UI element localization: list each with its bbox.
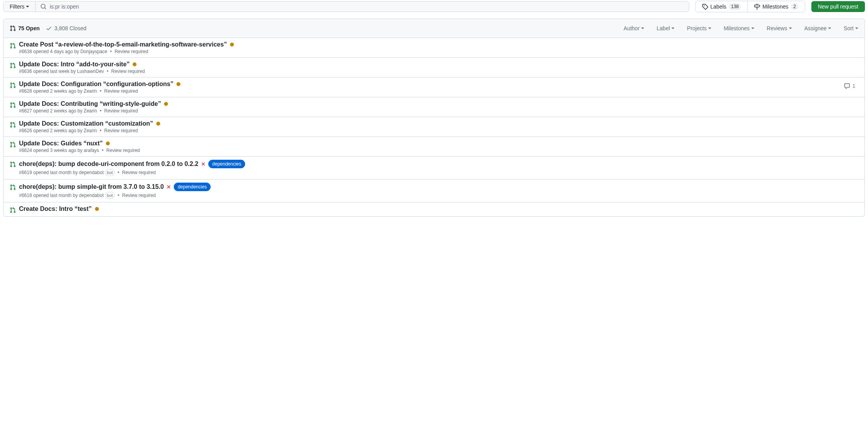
caret-down-icon	[641, 28, 644, 29]
pull-request-open-icon	[10, 62, 16, 69]
pr-title-link[interactable]: Update Docs: Intro “add-to-your-site”	[19, 61, 130, 68]
pr-number: #6628	[19, 88, 32, 94]
svg-point-3	[164, 102, 168, 106]
pr-row: chore(deps): bump simple-git from 3.7.0 …	[3, 180, 865, 202]
milestones-filter[interactable]: Milestones	[724, 25, 754, 31]
milestones-button[interactable]: Milestones 2	[747, 1, 805, 12]
caret-down-icon	[26, 6, 29, 7]
open-count-text: 75 Open	[18, 25, 40, 31]
pr-author-link[interactable]: dependabot	[79, 170, 104, 175]
pull-request-open-icon	[10, 102, 16, 108]
assignee-filter[interactable]: Assignee	[804, 25, 832, 31]
comment-icon	[844, 83, 850, 89]
pr-author-link[interactable]: Zearin	[84, 88, 97, 94]
pr-row: Update Docs: Configuration “configuratio…	[3, 78, 865, 97]
pr-row: chore(deps): bump decode-uri-component f…	[3, 157, 865, 180]
status-pending-icon	[163, 101, 169, 107]
pr-title-link[interactable]: chore(deps): bump decode-uri-component f…	[19, 161, 198, 167]
open-prs-link[interactable]: 75 Open	[10, 25, 40, 31]
labels-count: 138	[729, 3, 741, 10]
search-container[interactable]	[36, 2, 688, 12]
pr-title-link[interactable]: Create Post “a-review-of-the-top-5-email…	[19, 41, 227, 48]
pr-row: Update Docs: Contributing “writing-style…	[3, 97, 865, 117]
projects-filter[interactable]: Projects	[687, 25, 711, 31]
pr-meta: #6638 opened 4 days ago by Donjayspace •…	[19, 49, 858, 54]
milestone-icon	[754, 3, 760, 10]
pr-meta: #6636 opened last week by LushawnDev • R…	[19, 69, 858, 74]
pr-title-link[interactable]: Create Docs: Intro “test”	[19, 205, 92, 212]
filters-label: Filters	[10, 3, 24, 10]
review-required-text: Review required	[122, 170, 156, 175]
svg-point-4	[156, 122, 160, 126]
review-required-text: Review required	[114, 49, 148, 54]
caret-down-icon	[789, 28, 792, 29]
milestones-count: 2	[791, 3, 799, 10]
comment-count[interactable]: 1	[844, 83, 855, 89]
pr-title-link[interactable]: Update Docs: Guides “nuxt”	[19, 140, 103, 147]
pr-author-link[interactable]: arafays	[84, 148, 99, 153]
pr-author-link[interactable]: Zearin	[84, 108, 97, 114]
labels-button[interactable]: Labels 138	[696, 1, 747, 12]
review-required-text: Review required	[104, 88, 138, 94]
pr-author-link[interactable]: Zearin	[84, 128, 97, 133]
label-pill[interactable]: dependencies	[174, 183, 211, 191]
status-pending-icon	[94, 206, 100, 212]
pr-row: Update Docs: Intro “add-to-your-site” #6…	[3, 58, 865, 78]
pr-opened-text: opened last month by	[33, 170, 78, 175]
closed-prs-link[interactable]: 3,808 Closed	[46, 25, 86, 31]
pr-number: #6624	[19, 148, 32, 153]
pr-author-link[interactable]: dependabot	[79, 193, 104, 198]
pull-request-open-icon	[10, 122, 16, 128]
pr-author-link[interactable]: Donjayspace	[80, 49, 107, 54]
pr-opened-text: opened last week by	[33, 69, 76, 74]
bot-badge: bot	[105, 192, 115, 199]
reviews-filter[interactable]: Reviews	[767, 25, 792, 31]
pr-title-link[interactable]: Update Docs: Customization “customizatio…	[19, 120, 153, 127]
svg-point-1	[133, 62, 137, 66]
closed-count-text: 3,808 Closed	[54, 25, 86, 31]
pr-title-link[interactable]: Update Docs: Configuration “configuratio…	[19, 81, 173, 88]
pr-opened-text: opened last month by	[33, 193, 78, 198]
pr-meta: #6627 opened 2 weeks ago by Zearin • Rev…	[19, 108, 858, 114]
svg-point-2	[176, 82, 180, 86]
svg-point-6	[95, 207, 99, 211]
review-required-text: Review required	[104, 128, 138, 133]
caret-down-icon	[751, 28, 754, 29]
sort-filter[interactable]: Sort	[844, 25, 858, 31]
review-required-text: Review required	[106, 148, 140, 153]
filters-button[interactable]: Filters	[3, 2, 36, 12]
status-pending-icon	[176, 81, 181, 87]
pull-request-open-icon	[10, 161, 16, 167]
pr-row: Create Docs: Intro “test”	[3, 202, 865, 216]
pr-row: Update Docs: Customization “customizatio…	[3, 117, 865, 137]
pr-opened-text: opened 2 weeks ago by	[33, 88, 83, 94]
review-required-text: Review required	[104, 108, 138, 114]
caret-down-icon	[671, 28, 674, 29]
caret-down-icon	[855, 28, 858, 29]
new-pull-request-button[interactable]: New pull request	[811, 1, 865, 12]
comment-number: 1	[852, 83, 855, 89]
pr-opened-text: opened 4 days ago by	[33, 49, 79, 54]
pr-row: Update Docs: Guides “nuxt” #6624 opened …	[3, 137, 865, 157]
pr-author-link[interactable]: LushawnDev	[77, 69, 104, 74]
pull-request-open-icon	[10, 82, 16, 88]
pr-meta: #6626 opened 2 weeks ago by Zearin • Rev…	[19, 128, 858, 133]
search-input[interactable]	[50, 3, 684, 10]
pr-meta: #6624 opened 3 weeks ago by arafays • Re…	[19, 148, 858, 153]
labels-text: Labels	[711, 3, 726, 10]
label-filter[interactable]: Label	[657, 25, 674, 31]
caret-down-icon	[828, 28, 831, 29]
pr-title-link[interactable]: Update Docs: Contributing “writing-style…	[19, 100, 161, 107]
pr-title-link[interactable]: chore(deps): bump simple-git from 3.7.0 …	[19, 183, 164, 190]
tag-icon	[702, 3, 708, 10]
pr-meta: #6618 opened last month by dependabot bo…	[19, 192, 858, 199]
pr-meta: #6619 opened last month by dependabot bo…	[19, 169, 858, 176]
pull-request-open-icon	[10, 184, 16, 190]
milestones-text: Milestones	[763, 3, 788, 10]
label-pill[interactable]: dependencies	[208, 160, 245, 168]
pull-request-open-icon	[10, 207, 16, 213]
author-filter[interactable]: Author	[624, 25, 644, 31]
pull-request-icon	[10, 25, 16, 31]
pr-number: #6618	[19, 193, 32, 198]
check-icon	[46, 25, 52, 31]
